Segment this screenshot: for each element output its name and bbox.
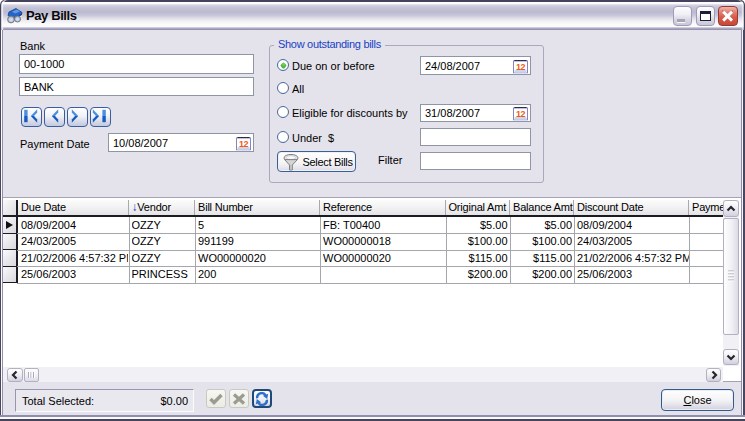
svg-text:12: 12 — [516, 61, 526, 71]
svg-text:12: 12 — [239, 138, 249, 148]
svg-text:12: 12 — [516, 109, 526, 119]
